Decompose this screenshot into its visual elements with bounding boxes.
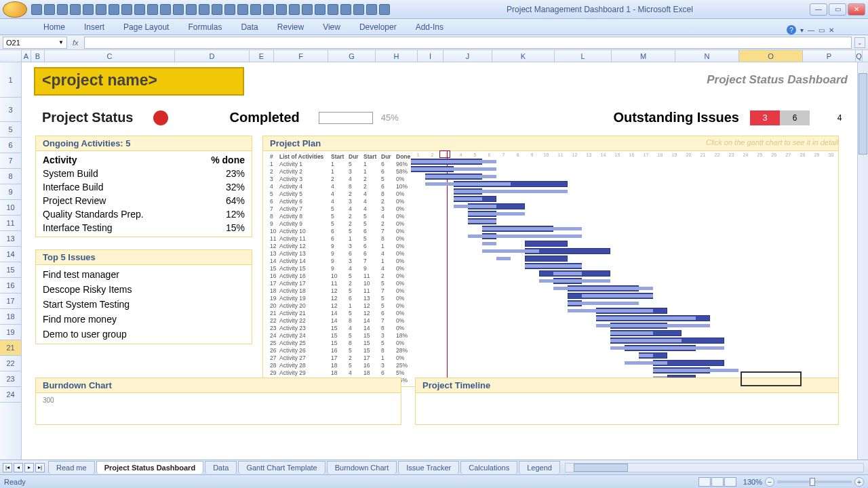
row-header-3[interactable]: 3 xyxy=(0,98,21,122)
sheet-tab-calculations[interactable]: Calculations xyxy=(460,461,517,474)
tab-next-icon[interactable]: ▸ xyxy=(24,463,34,472)
row-header-13[interactable]: 13 xyxy=(0,231,21,247)
row-header-10[interactable]: 10 xyxy=(0,200,21,216)
help-icon[interactable]: ? xyxy=(787,25,796,35)
worksheet-grid[interactable]: 135678910111314151617181921222324 <proje… xyxy=(0,62,868,460)
tab-last-icon[interactable]: ▸| xyxy=(35,463,45,472)
undo-icon[interactable] xyxy=(44,4,55,15)
qat-icon[interactable] xyxy=(83,4,94,15)
qat-icon[interactable] xyxy=(199,4,210,15)
qat-icon[interactable] xyxy=(96,4,106,15)
row-header-8[interactable]: 8 xyxy=(0,169,21,184)
qat-icon[interactable] xyxy=(328,4,338,15)
normal-view-icon[interactable] xyxy=(698,477,711,487)
row-header-24[interactable]: 24 xyxy=(0,387,21,403)
sheet-tab-gantt-chart-template[interactable]: Gantt Chart Template xyxy=(238,461,325,474)
zoom-thumb[interactable] xyxy=(810,478,815,486)
sheet-tab-burndown-chart[interactable]: Burndown Chart xyxy=(327,461,397,474)
maximize-button[interactable]: ▭ xyxy=(829,3,846,16)
ribbon-tab-page-layout[interactable]: Page Layout xyxy=(114,20,178,35)
col-header-E[interactable]: E xyxy=(250,50,274,62)
ribbon-tab-formulas[interactable]: Formulas xyxy=(178,20,231,35)
row-header-1[interactable]: 1 xyxy=(0,62,21,98)
qat-icon[interactable] xyxy=(121,4,132,15)
horizontal-scrollbar[interactable] xyxy=(565,463,864,472)
col-header-J[interactable]: J xyxy=(443,50,492,62)
name-box[interactable]: O21▼ xyxy=(3,37,67,49)
qat-icon[interactable] xyxy=(302,4,313,15)
col-header-P[interactable]: P xyxy=(803,50,856,62)
row-header-23[interactable]: 23 xyxy=(0,371,21,387)
qat-icon[interactable] xyxy=(315,4,326,15)
office-button[interactable] xyxy=(3,1,27,18)
hscroll-thumb[interactable] xyxy=(574,464,628,472)
qat-icon[interactable] xyxy=(263,4,274,15)
col-header-K[interactable]: K xyxy=(492,50,555,62)
row-header-7[interactable]: 7 xyxy=(0,153,21,169)
ribbon-tab-developer[interactable]: Developer xyxy=(350,20,406,35)
row-header-9[interactable]: 9 xyxy=(0,184,21,200)
save-icon[interactable] xyxy=(31,4,42,15)
col-header-H[interactable]: H xyxy=(376,50,418,62)
row-header-6[interactable]: 6 xyxy=(0,138,21,153)
minimize-button[interactable]: — xyxy=(810,3,827,16)
row-header-22[interactable]: 22 xyxy=(0,356,21,371)
qat-icon[interactable] xyxy=(186,4,197,15)
row-header-21[interactable]: 21 xyxy=(0,340,21,356)
workbook-restore-icon[interactable]: ▭ xyxy=(818,26,825,34)
row-header-16[interactable]: 16 xyxy=(0,278,21,293)
ribbon-tab-add-ins[interactable]: Add-Ins xyxy=(406,20,453,35)
vscroll-thumb[interactable] xyxy=(859,73,867,155)
formula-input[interactable] xyxy=(84,37,852,49)
fx-icon[interactable]: fx xyxy=(70,39,81,47)
qat-icon[interactable] xyxy=(70,4,81,15)
col-header-C[interactable]: C xyxy=(45,50,175,62)
sheet-tab-issue-tracker[interactable]: Issue Tracker xyxy=(398,461,459,474)
sheet-tab-project-status-dashboard[interactable]: Project Status Dashboard xyxy=(96,461,203,474)
ribbon-tab-review[interactable]: Review xyxy=(268,20,313,35)
ribbon-tab-home[interactable]: Home xyxy=(34,20,75,35)
qat-icon[interactable] xyxy=(212,4,222,15)
row-header-15[interactable]: 15 xyxy=(0,262,21,278)
row-header-5[interactable]: 5 xyxy=(0,122,21,138)
row-header-11[interactable]: 11 xyxy=(0,216,21,231)
qat-icon[interactable] xyxy=(366,4,377,15)
redo-icon[interactable] xyxy=(57,4,68,15)
qat-icon[interactable] xyxy=(379,4,390,15)
project-plan-panel[interactable]: Project Plan # List of Activities Start … xyxy=(262,136,839,387)
qat-icon[interactable] xyxy=(108,4,119,15)
page-break-view-icon[interactable] xyxy=(724,477,736,487)
zoom-level[interactable]: 130% xyxy=(743,478,762,486)
close-button[interactable]: ✕ xyxy=(848,3,865,16)
qat-icon[interactable] xyxy=(134,4,145,15)
row-header-14[interactable]: 14 xyxy=(0,247,21,262)
col-header-O[interactable]: O xyxy=(739,50,803,62)
workbook-min-icon[interactable]: — xyxy=(808,26,814,34)
workbook-close-icon[interactable]: ✕ xyxy=(829,26,834,34)
qat-icon[interactable] xyxy=(289,4,300,15)
zoom-slider[interactable] xyxy=(777,481,852,483)
ribbon-tab-view[interactable]: View xyxy=(313,20,350,35)
tab-first-icon[interactable]: |◂ xyxy=(3,463,12,472)
col-header-N[interactable]: N xyxy=(675,50,739,62)
qat-icon[interactable] xyxy=(237,4,248,15)
page-layout-view-icon[interactable] xyxy=(711,477,724,487)
ribbon-tab-insert[interactable]: Insert xyxy=(75,20,114,35)
row-header-17[interactable]: 17 xyxy=(0,293,21,309)
col-header-A[interactable]: A xyxy=(22,50,31,62)
vertical-scrollbar[interactable] xyxy=(857,62,868,460)
col-header-L[interactable]: L xyxy=(555,50,612,62)
sheet-tab-data[interactable]: Data xyxy=(205,461,237,474)
zoom-out-icon[interactable]: − xyxy=(765,477,774,487)
tab-prev-icon[interactable]: ◂ xyxy=(14,463,23,472)
col-header-B[interactable]: B xyxy=(31,50,45,62)
row-header-18[interactable]: 18 xyxy=(0,309,21,325)
qat-icon[interactable] xyxy=(224,4,235,15)
zoom-in-icon[interactable]: + xyxy=(854,477,864,487)
qat-icon[interactable] xyxy=(353,4,364,15)
col-header-D[interactable]: D xyxy=(175,50,250,62)
col-header-I[interactable]: I xyxy=(418,50,443,62)
col-header-M[interactable]: M xyxy=(612,50,675,62)
col-header-F[interactable]: F xyxy=(274,50,328,62)
qat-icon[interactable] xyxy=(340,4,351,15)
